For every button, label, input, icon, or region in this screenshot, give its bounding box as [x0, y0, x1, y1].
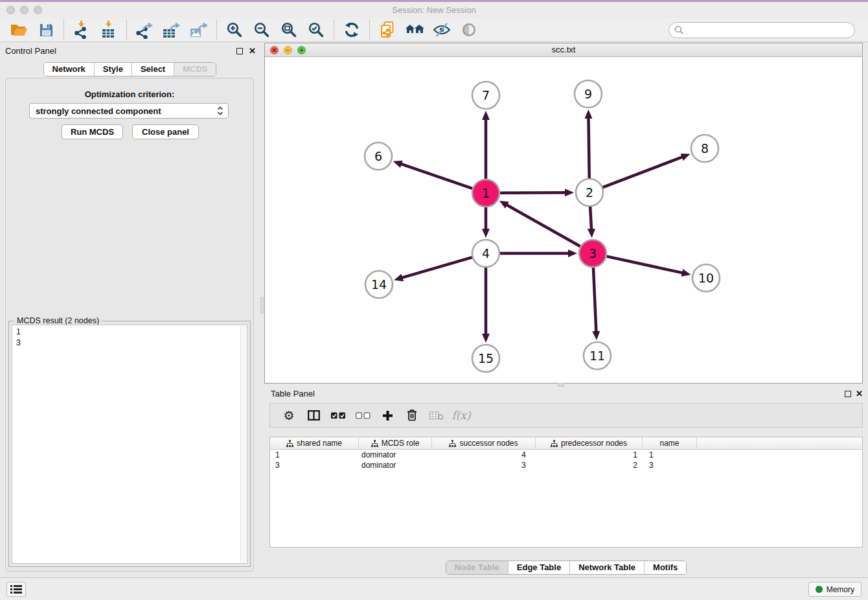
add-column-button[interactable]	[375, 406, 400, 425]
column-header-filler	[697, 437, 862, 449]
zoom-fit-button[interactable]	[275, 19, 303, 41]
tab-motifs[interactable]: Motifs	[645, 561, 686, 574]
close-window-button[interactable]	[6, 6, 15, 14]
memory-label: Memory	[827, 585, 854, 594]
close-panel-button[interactable]: Close panel	[132, 124, 199, 139]
graph-edge-1-2[interactable]	[500, 192, 566, 193]
float-panel-button[interactable]	[236, 48, 243, 54]
zoom-window-button[interactable]	[34, 6, 42, 14]
cell-name[interactable]: 1	[643, 450, 697, 459]
tab-style[interactable]: Style	[95, 63, 132, 76]
graph-node-4[interactable]: 4	[472, 240, 499, 267]
delete-column-button[interactable]	[400, 406, 424, 425]
graph-node-6[interactable]: 6	[365, 143, 392, 170]
close-table-panel-icon[interactable]: ✕	[856, 391, 863, 397]
search-box[interactable]	[668, 22, 855, 38]
zoom-selected-button[interactable]	[303, 19, 330, 41]
column-header-successor-nodes[interactable]: successor nodes	[432, 437, 536, 449]
splitter-handle[interactable]	[260, 297, 264, 314]
zoom-in-icon	[226, 21, 243, 38]
cell-shared-name[interactable]: 3	[270, 461, 359, 470]
cell-predecessor-nodes[interactable]: 1	[536, 450, 643, 459]
duplicate-network-button[interactable]	[374, 19, 401, 41]
network-maximize-button[interactable]: +	[297, 46, 306, 54]
cell-shared-name[interactable]: 1	[270, 450, 359, 459]
criterion-select[interactable]: strongly connected component	[29, 103, 229, 119]
import-network-button[interactable]	[68, 19, 95, 41]
tab-mcds[interactable]: MCDS	[174, 63, 216, 76]
graph-node-11[interactable]: 11	[584, 342, 611, 369]
cell-predecessor-nodes[interactable]: 2	[536, 461, 643, 470]
minimize-window-button[interactable]	[20, 6, 29, 14]
export-network-button[interactable]	[131, 19, 158, 41]
network-canvas[interactable]: 7968124314101511	[265, 57, 862, 383]
graph-node-15[interactable]: 15	[472, 345, 499, 372]
cell-successor-nodes[interactable]: 4	[432, 450, 536, 459]
table-row[interactable]: 3dominator323	[270, 460, 862, 470]
result-scrollbar[interactable]	[240, 326, 246, 562]
first-neighbors-button[interactable]	[401, 19, 428, 41]
graph-node-1[interactable]: 1	[472, 179, 499, 207]
result-item[interactable]: 1	[12, 325, 247, 338]
select-all-checks-button[interactable]	[326, 406, 350, 425]
export-table-button[interactable]	[158, 19, 185, 41]
tab-node-table[interactable]: Node Table	[446, 561, 508, 574]
graph-edge-3-11[interactable]	[593, 268, 596, 332]
graph-edge-2-8[interactable]	[603, 157, 683, 187]
deselect-all-checks-button[interactable]	[350, 406, 375, 425]
node-table[interactable]: shared nameMCDS rolesuccessor nodesprede…	[269, 437, 863, 548]
tab-edge-table[interactable]: Edge Table	[508, 561, 570, 574]
save-session-button[interactable]	[32, 19, 60, 41]
import-table-button[interactable]	[95, 19, 122, 41]
task-history-button[interactable]	[6, 582, 26, 597]
column-header-predecessor-nodes[interactable]: predecessor nodes	[536, 437, 643, 449]
zoom-in-button[interactable]	[221, 19, 248, 41]
search-input[interactable]	[687, 25, 849, 35]
graph-edge-1-6[interactable]	[400, 164, 472, 189]
graph-node-9[interactable]: 9	[575, 80, 602, 108]
graph-node-10[interactable]: 10	[692, 264, 720, 292]
vertical-splitter[interactable]	[260, 43, 264, 575]
network-close-button[interactable]: ✕	[270, 46, 279, 54]
network-window-titlebar[interactable]: ✕ − + scc.txt	[265, 43, 862, 57]
column-header-name[interactable]: name	[643, 437, 697, 449]
application-window: Session: New Session Control Panel ✕ Net…	[0, 0, 868, 600]
float-table-panel-button[interactable]	[845, 391, 851, 397]
tab-network-table[interactable]: Network Table	[570, 561, 645, 574]
cell-mcds-role[interactable]: dominator	[359, 461, 432, 470]
show-column-button[interactable]	[301, 406, 326, 425]
graph-node-7[interactable]: 7	[472, 82, 499, 109]
close-panel-icon[interactable]: ✕	[249, 48, 256, 54]
graph-node-14[interactable]: 14	[365, 271, 393, 298]
zoom-out-button[interactable]	[248, 19, 275, 41]
run-mcds-button[interactable]: Run MCDS	[62, 124, 123, 139]
graph-edge-2-9[interactable]	[588, 117, 589, 178]
export-image-button[interactable]	[185, 19, 212, 41]
mcds-result-list[interactable]: 13	[12, 325, 247, 564]
graph-node-3[interactable]: 3	[579, 240, 606, 267]
bird-view-button[interactable]	[455, 19, 483, 41]
tab-select[interactable]: Select	[132, 63, 174, 76]
cell-name[interactable]: 3	[643, 461, 697, 470]
graph-edge-3-10[interactable]	[606, 257, 683, 273]
refresh-network-button[interactable]	[338, 19, 365, 41]
main-toolbar-icons	[5, 19, 483, 41]
show-hide-graphics-button[interactable]	[428, 19, 455, 41]
network-minimize-button[interactable]: −	[284, 46, 292, 54]
graph-edge-4-14[interactable]	[402, 257, 472, 278]
cell-successor-nodes[interactable]: 3	[432, 461, 536, 470]
graph-edge-3-1[interactable]	[506, 205, 580, 247]
graph-node-2[interactable]: 2	[576, 179, 603, 206]
result-item[interactable]: 3	[12, 338, 247, 349]
memory-button[interactable]: Memory	[808, 582, 862, 597]
column-header-mcds-role[interactable]: MCDS role	[359, 437, 432, 449]
tab-network[interactable]: Network	[44, 63, 95, 76]
cell-mcds-role[interactable]: dominator	[359, 450, 432, 459]
graph-node-8[interactable]: 8	[691, 135, 718, 162]
table-row[interactable]: 1dominator411	[270, 450, 862, 460]
network-view-window: ✕ − + scc.txt 7968124314101511	[264, 43, 863, 384]
graph-edge-2-3[interactable]	[590, 207, 591, 230]
column-header-shared-name[interactable]: shared name	[270, 437, 359, 449]
table-settings-button[interactable]: ⚙	[277, 406, 301, 425]
open-session-button[interactable]	[5, 19, 32, 41]
